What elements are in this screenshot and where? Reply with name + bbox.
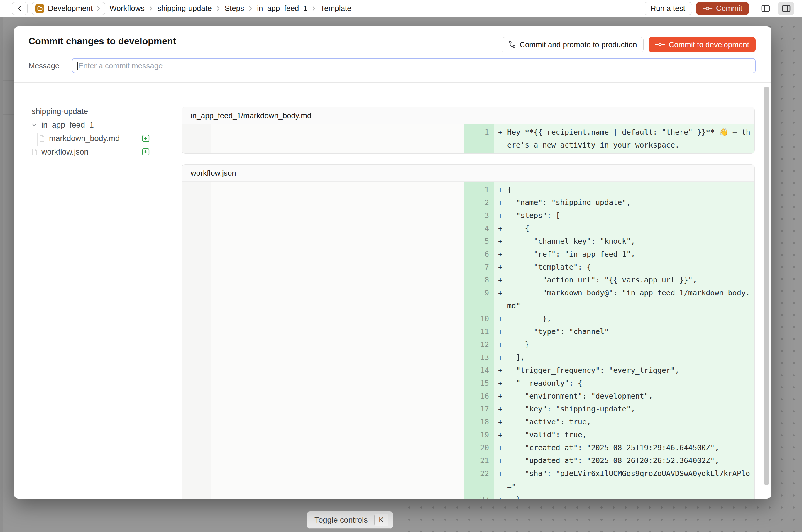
chevron-right-icon [248, 5, 253, 12]
old-code [211, 126, 464, 139]
toolbar-actions: Run a test Commit [644, 2, 795, 15]
old-code [211, 139, 464, 152]
new-code: + "template": { [494, 261, 754, 273]
run-a-test-button[interactable]: Run a test [644, 2, 692, 15]
diff-file-name: in_app_feed_1/markdown_body.md [182, 107, 754, 124]
line-number: 9 [464, 287, 494, 300]
old-code [211, 454, 464, 467]
code-text: } [507, 495, 520, 498]
code-text: Hey **{{ recipient.name | default: "ther… [507, 128, 750, 136]
line-number: 20 [464, 441, 494, 454]
new-code: + "created_at": "2025-08-25T19:29:46.644… [494, 441, 754, 454]
old-gutter [182, 480, 211, 493]
line-number: 22 [464, 467, 494, 480]
tree-file-markdown-body[interactable]: markdown_body.md [39, 132, 120, 145]
code-text: "steps": [ [507, 211, 560, 220]
old-code [211, 377, 464, 390]
diff-row-added: 11+ "type": "channel" [182, 325, 754, 338]
old-gutter [182, 248, 211, 261]
diff-panel-workflow-json: workflow.json 1+{2+ "name": "shipping-up… [182, 164, 755, 498]
old-gutter [182, 454, 211, 467]
toolbar-divider [753, 4, 753, 13]
old-gutter [182, 209, 211, 222]
breadcrumb-template: Template [320, 4, 351, 13]
modal-body: shipping-update in_app_feed_1 markdown_b… [14, 83, 771, 498]
new-code: + "updated_at": "2025-08-26T20:26:52.364… [494, 454, 754, 467]
chevron-right-icon [216, 5, 221, 12]
diff-file-name: workflow.json [182, 165, 754, 182]
line-number [464, 300, 494, 312]
line-number: 4 [464, 222, 494, 235]
commit-icon [703, 6, 712, 11]
new-code: + "__readonly": { [494, 377, 754, 390]
new-code: + "valid": true, [494, 429, 754, 441]
diff-row-added: 17+ "key": "shipping-update", [182, 403, 754, 416]
toggle-right-panel-button[interactable] [778, 2, 795, 15]
back-button[interactable] [12, 2, 27, 15]
new-code: + }, [494, 312, 754, 325]
file-icon [39, 135, 45, 142]
code-text: "updated_at": "2025-08-26T20:26:52.36400… [507, 456, 719, 465]
diff-sign: + [498, 222, 503, 235]
diff-row-added: 13+ ], [182, 351, 754, 364]
diff-row-added: 7+ "template": { [182, 261, 754, 273]
code-text: "trigger_frequency": "every_trigger", [507, 366, 679, 375]
breadcrumb-workflows[interactable]: Workflows [109, 4, 144, 13]
old-gutter [182, 287, 211, 300]
old-code [211, 364, 464, 377]
breadcrumb-workflow-key[interactable]: shipping-update [157, 4, 212, 13]
line-number: 2 [464, 196, 494, 209]
message-label: Message [29, 61, 59, 70]
toggle-controls-button[interactable]: Toggle controls K [306, 511, 393, 529]
diff-sign: + [498, 416, 503, 429]
line-number: 12 [464, 338, 494, 351]
diff-row-continuation: =" [182, 480, 754, 493]
diff-sign: + [498, 493, 503, 498]
tree-file-workflow-json[interactable]: workflow.json [31, 145, 89, 159]
new-code: + "key": "shipping-update", [494, 403, 754, 416]
tree-group-step[interactable]: in_app_feed_1 [31, 118, 94, 132]
old-code [211, 351, 464, 364]
diff-sign: + [498, 196, 503, 209]
old-gutter [182, 429, 211, 441]
line-number: 10 [464, 312, 494, 325]
line-number: 17 [464, 403, 494, 416]
code-text: { [507, 185, 511, 194]
new-code: + "ref": "in_app_feed_1", [494, 248, 754, 261]
line-number: 18 [464, 416, 494, 429]
breadcrumb-step[interactable]: in_app_feed_1 [257, 4, 307, 13]
code-text: md" [507, 302, 520, 310]
commit-to-development-button[interactable]: Commit to development [649, 37, 756, 52]
diff-row-added: 16+ "environment": "development", [182, 390, 754, 403]
diff-row-added: 9+ "markdown_body@": "in_app_feed_1/mark… [182, 287, 754, 300]
breadcrumb-steps[interactable]: Steps [225, 4, 244, 13]
new-code: +{ [494, 183, 754, 196]
line-number: 5 [464, 235, 494, 248]
line-number [464, 139, 494, 152]
old-gutter [182, 183, 211, 196]
old-gutter [182, 416, 211, 429]
diff-row-added: 8+ "action_url": "{{ vars.app_url }}", [182, 273, 754, 287]
diff-row-added: 14+ "trigger_frequency": "every_trigger"… [182, 364, 754, 377]
code-text: "valid": true, [507, 431, 587, 439]
line-number: 1 [464, 126, 494, 139]
diff-row-added: 12+ } [182, 338, 754, 351]
new-code: =" [494, 480, 754, 493]
code-text: } [507, 340, 529, 349]
old-gutter [182, 273, 211, 287]
old-code [211, 325, 464, 338]
line-number: 15 [464, 377, 494, 390]
commit-and-promote-button[interactable]: Commit and promote to production [502, 37, 644, 52]
commit-button[interactable]: Commit [696, 2, 749, 15]
tree-root-workflow[interactable]: shipping-update [32, 105, 88, 118]
panel-left-icon [761, 4, 770, 13]
line-number: 13 [464, 351, 494, 364]
commit-message-input[interactable] [72, 58, 756, 73]
toggle-left-panel-button[interactable] [758, 2, 774, 15]
environment-switcher[interactable]: Development [32, 2, 105, 15]
diff-scroll-area[interactable]: in_app_feed_1/markdown_body.md 1+Hey **{… [170, 83, 771, 498]
line-number: 16 [464, 390, 494, 403]
scrollbar-thumb[interactable] [764, 87, 769, 486]
diff-sign: + [498, 390, 503, 403]
line-number [464, 480, 494, 493]
